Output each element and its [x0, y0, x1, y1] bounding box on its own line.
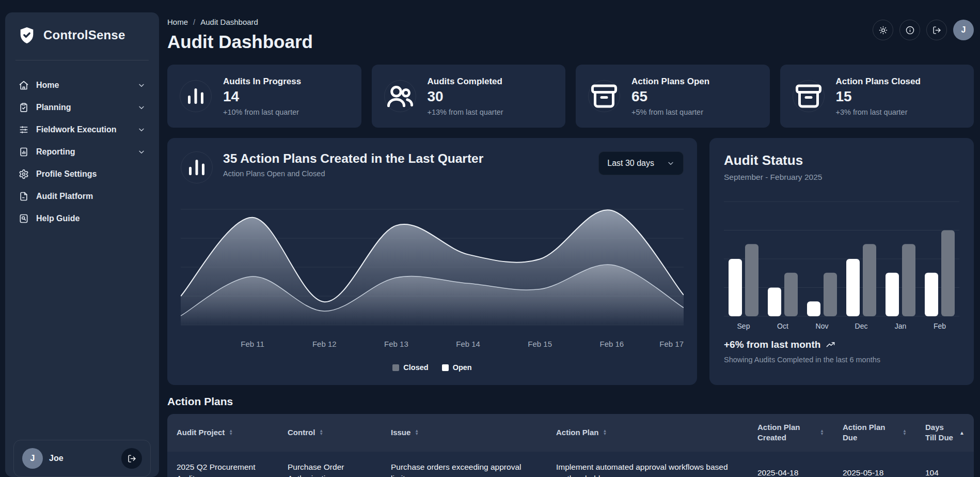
gear-icon	[19, 169, 29, 179]
column-header-days-till-due[interactable]: Days Till Due▲	[916, 414, 974, 452]
month-label: Feb	[934, 322, 946, 330]
shield-check-icon	[18, 26, 36, 44]
x-axis-tick: Feb 15	[528, 340, 552, 348]
bar-white	[807, 301, 820, 316]
chart-header: 35 Action Plans Created in the Last Quar…	[181, 151, 684, 183]
audit-status-subtitle: September - February 2025	[724, 173, 959, 182]
sidebar: ControlSense HomePlanningFieldwork Execu…	[5, 12, 159, 477]
action-plans-section-title: Action Plans	[167, 395, 974, 408]
stat-label: Audits Completed	[428, 76, 503, 87]
sidebar-item-label: Fieldwork Execution	[36, 125, 117, 134]
bar-chart-icon	[181, 151, 213, 183]
bar-gray	[784, 273, 798, 316]
bar-white	[768, 288, 781, 317]
table-cell: 2025 Q2 Procurement Audit	[167, 452, 278, 477]
stats-row: Audits In Progress14+10% from last quart…	[167, 65, 974, 128]
column-header-action-plan-due[interactable]: Action Plan Due▲▼	[833, 414, 916, 452]
chevron-down-icon	[137, 81, 146, 89]
stat-label: Audits In Progress	[223, 76, 301, 87]
sidebar-item-audit-platform[interactable]: Audit Platform	[12, 187, 152, 206]
area-chart: Feb 11Feb 12Feb 13Feb 14Feb 15Feb 16Feb …	[181, 196, 684, 359]
sidebar-divider	[15, 60, 149, 60]
log-out-icon	[932, 26, 941, 35]
stat-card-action-plans-open: Action Plans Open65+5% from last quarter	[576, 65, 770, 128]
bar-gray	[902, 244, 915, 316]
bar-white	[886, 273, 899, 316]
column-header-action-plan[interactable]: Action Plan▲▼	[547, 414, 748, 452]
home-icon	[19, 80, 29, 90]
stat-card-audits-in-progress: Audits In Progress14+10% from last quart…	[167, 65, 361, 128]
help-search-icon	[19, 213, 29, 224]
audit-status-title: Audit Status	[724, 152, 959, 168]
user-name: Joe	[49, 454, 64, 463]
stat-value: 14	[223, 88, 301, 105]
column-label: Action Plan Due	[843, 422, 898, 443]
table-cell: Purchase orders exceeding approval limit…	[382, 452, 547, 477]
stat-body: Action Plans Open65+5% from last quarter	[631, 76, 709, 116]
column-header-audit-project[interactable]: Audit Project▲▼	[167, 414, 278, 452]
sun-button[interactable]	[873, 20, 893, 40]
file-chart-icon	[19, 147, 29, 157]
sidebar-item-planning[interactable]: Planning	[12, 98, 152, 117]
sidebar-item-home[interactable]: Home	[12, 76, 152, 95]
app-title: ControlSense	[43, 28, 125, 42]
sidebar-item-fieldwork-execution[interactable]: Fieldwork Execution	[12, 120, 152, 139]
sidebar-item-profile-settings[interactable]: Profile Settings	[12, 165, 152, 183]
sliders-icon	[19, 125, 29, 135]
column-header-action-plan-created[interactable]: Action Plan Created▲▼	[748, 414, 833, 452]
bar-white	[925, 273, 938, 316]
header-avatar-button[interactable]: J	[953, 20, 974, 40]
stat-label: Action Plans Closed	[836, 76, 921, 87]
column-header-issue[interactable]: Issue▲▼	[382, 414, 547, 452]
month-label: Sep	[737, 322, 750, 330]
info-button[interactable]	[899, 20, 920, 40]
sidebar-nav: HomePlanningFieldwork ExecutionReporting…	[5, 73, 159, 231]
page-header: Home / Audit Dashboard Audit Dashboard J	[167, 18, 974, 52]
chart-titles: 35 Action Plans Created in the Last Quar…	[223, 151, 598, 178]
bar-white	[729, 259, 742, 316]
stat-delta: +13% from last quarter	[428, 108, 503, 116]
sort-icon: ▲▼	[415, 429, 419, 436]
stat-body: Audits Completed30+13% from last quarter	[428, 76, 503, 116]
bar-gray	[941, 230, 955, 317]
log-out-icon	[128, 454, 136, 463]
action-plans-table: Audit Project▲▼Control▲▼Issue▲▼Action Pl…	[167, 414, 974, 477]
chevron-down-icon	[137, 148, 146, 156]
stat-delta: +5% from last quarter	[631, 108, 709, 116]
main-content: Home / Audit Dashboard Audit Dashboard J…	[167, 12, 974, 477]
archive-icon	[793, 80, 825, 112]
sort-icon: ▲▼	[229, 429, 233, 436]
log-out-button[interactable]	[926, 20, 947, 40]
table-cell: 104	[916, 452, 974, 477]
sidebar-item-reporting[interactable]: Reporting	[12, 143, 152, 161]
audit-status-note: Showing Audits Completed in the last 6 m…	[724, 356, 959, 364]
chevron-down-icon	[667, 159, 675, 167]
stat-delta: +10% from last quarter	[223, 108, 301, 116]
table-cell: 2025-05-18	[833, 452, 916, 477]
chart-legend: ClosedOpen	[181, 363, 684, 372]
table-header-row: Audit Project▲▼Control▲▼Issue▲▼Action Pl…	[167, 414, 974, 452]
column-header-control[interactable]: Control▲▼	[278, 414, 382, 452]
logout-button[interactable]	[121, 448, 142, 469]
column-label: Action Plan	[556, 427, 599, 438]
stat-card-audits-completed: Audits Completed30+13% from last quarter	[372, 65, 566, 128]
clipboard-check-icon	[19, 102, 29, 113]
sidebar-item-label: Reporting	[36, 147, 75, 157]
stat-delta: +3% from last quarter	[836, 108, 921, 116]
sidebar-item-label: Home	[36, 81, 59, 90]
table-body: 2025 Q2 Procurement AuditPurchase Order …	[167, 452, 974, 477]
action-plans-chart-card: 35 Action Plans Created in the Last Quar…	[167, 138, 697, 385]
bar-gray	[745, 244, 758, 316]
date-range-select[interactable]: Last 30 days	[598, 151, 684, 175]
file-text-icon	[19, 191, 29, 202]
chevron-down-icon	[137, 103, 146, 112]
archive-icon	[588, 80, 620, 112]
area-chart-svg: Feb 11Feb 12Feb 13Feb 14Feb 15Feb 16Feb …	[181, 196, 684, 359]
stat-value: 30	[428, 88, 503, 105]
x-axis-tick: Feb 17	[659, 340, 684, 348]
header-action-buttons	[873, 20, 947, 40]
breadcrumb-home[interactable]: Home	[167, 18, 188, 26]
sidebar-item-help-guide[interactable]: Help Guide	[12, 209, 152, 228]
table-row[interactable]: 2025 Q2 Procurement AuditPurchase Order …	[167, 452, 974, 477]
month-label: Jan	[895, 322, 907, 330]
